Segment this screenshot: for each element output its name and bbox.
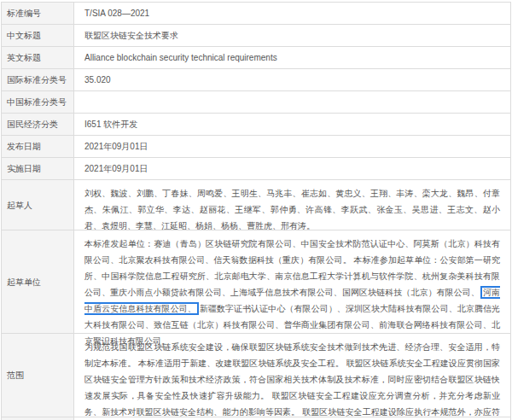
field-row-economic-class: 国民经济分类 I651 软件开发 <box>2 114 510 136</box>
field-row-drafters: 起草人 刘权、魏波、刘鹏、丁春妹、周鸣爱、王明生、马兆丰、崔志如、黄忠义、王翔、… <box>2 180 510 230</box>
field-row-ccs-number: 中国标准分类号 <box>2 91 510 114</box>
field-row-standard-number: 标准编号 T/SIA 028—2021 <box>2 3 510 25</box>
field-row-ics-number: 国际标准分类号 35.020 <box>2 69 510 91</box>
field-label: 实施日期 <box>2 158 74 179</box>
field-label: 起草人 <box>2 180 74 230</box>
field-row-chinese-title: 中文标题 联盟区块链安全技术要求 <box>2 25 510 47</box>
field-value: I651 软件开发 <box>74 114 510 135</box>
field-value: 35.020 <box>74 69 510 90</box>
field-value: T/SIA 028—2021 <box>74 3 510 24</box>
field-row-implement-date: 实施日期 2021年09月01日 <box>2 158 510 180</box>
field-value: Alliance blockchain security technical r… <box>74 47 510 68</box>
field-row-scope: 范围 为规范我国联盟区块链系统安全建设，确保联盟区块链系统安全技术做到技术先进、… <box>2 334 510 417</box>
field-label: 国民经济分类 <box>2 114 74 135</box>
field-label: 起草单位 <box>2 230 74 333</box>
field-row-publish-date: 发布日期 2021年09月01日 <box>2 136 510 158</box>
field-label: 中文标题 <box>2 25 74 46</box>
field-label: 国际标准分类号 <box>2 69 74 90</box>
field-label: 发布日期 <box>2 136 74 157</box>
field-label: 英文标题 <box>2 47 74 68</box>
standard-info-table: 标准编号 T/SIA 028—2021 中文标题 联盟区块链安全技术要求 英文标… <box>1 2 511 420</box>
field-row-drafting-units: 起草单位 本标准发起单位：赛迪（青岛）区块链研究院有限公司、中国安全技术防范认证… <box>2 230 510 334</box>
field-value: 刘权、魏波、刘鹏、丁春妹、周鸣爱、王明生、马兆丰、崔志如、黄忠义、王翔、丰涛、栾… <box>74 180 510 230</box>
field-row-english-title: 英文标题 Alliance blockchain security techni… <box>2 47 510 69</box>
field-value <box>74 91 510 113</box>
field-label: 标准编号 <box>2 3 74 24</box>
drafting-units-text-before: 本标准发起单位：赛迪（青岛）区块链研究院有限公司、中国安全技术防范认证中心、阿莫… <box>84 239 500 297</box>
field-value: 为规范我国联盟区块链系统安全建设，确保联盟区块链系统安全技术做到技术先进、经济合… <box>74 334 510 417</box>
field-label: 中国标准分类号 <box>2 91 74 113</box>
field-value: 本标准发起单位：赛迪（青岛）区块链研究院有限公司、中国安全技术防范认证中心、阿莫… <box>74 230 510 333</box>
field-label: 范围 <box>2 334 74 417</box>
field-value: 2021年09月01日 <box>74 136 510 157</box>
field-value: 联盟区块链安全技术要求 <box>74 25 510 46</box>
field-value: 2021年09月01日 <box>74 158 510 179</box>
